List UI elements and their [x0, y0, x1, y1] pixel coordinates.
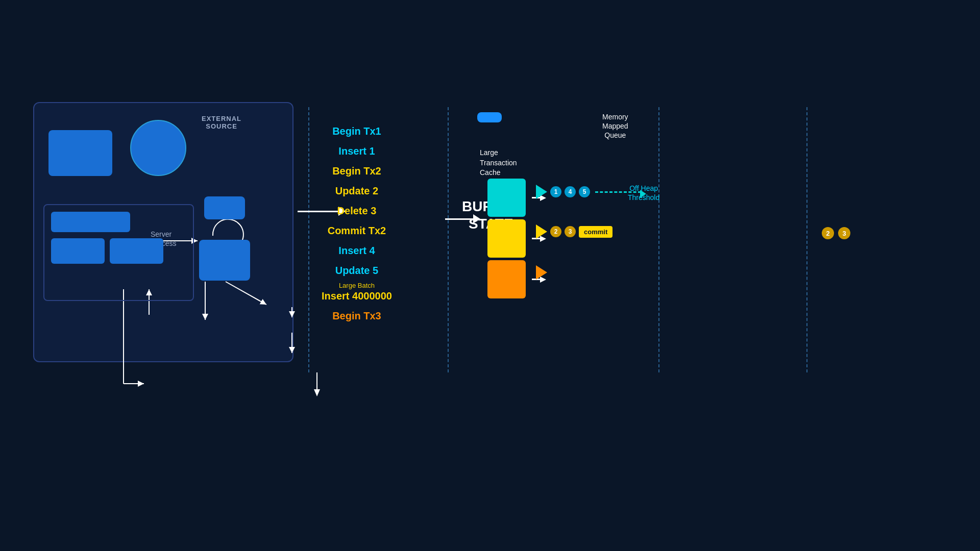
db-buffer-cache: [48, 130, 112, 176]
right-tri-row: 2 3: [822, 227, 850, 239]
external-source: EXTERNALSOURCE: [202, 115, 241, 130]
buffer-row-orange: [487, 260, 541, 298]
dashed-line-3: [658, 107, 659, 372]
redo-log-buffer: [130, 120, 186, 176]
block-orange: [487, 260, 526, 298]
striim-cluster: [477, 112, 502, 122]
large-tx-cache-label: LargeTransactionCache: [480, 148, 517, 178]
time-arrow-container: [316, 372, 317, 397]
play-tri-cyan-1: [536, 185, 547, 199]
tx-begin-tx3: Begin Tx3: [322, 307, 392, 325]
num-4: 4: [565, 186, 576, 197]
tx-insert4: Insert 4: [322, 242, 392, 260]
playhead-row2: 2 3 commit: [536, 224, 612, 239]
buffer-row-yellow: [487, 219, 541, 258]
lgwr-box: [204, 196, 245, 219]
tx-insert1: Insert 1: [322, 142, 392, 160]
sql-work-areas: [51, 212, 130, 232]
svg-line-1: [226, 282, 266, 305]
right-num-3: 3: [838, 227, 850, 239]
transaction-list: Begin Tx1 Insert 1 Begin Tx2 Update 2 De…: [322, 122, 392, 325]
dashed-line-1: [308, 107, 309, 372]
commit-badge: commit: [579, 226, 612, 238]
tx-begin-tx1: Begin Tx1: [322, 122, 392, 140]
tx-update5: Update 5: [322, 262, 392, 280]
buffer-state-arrow: [445, 214, 480, 223]
private-sql-area: [110, 238, 163, 264]
tx-delete3: Delete 3: [322, 202, 392, 220]
tx-large-batch-label: Large Batch: [322, 282, 392, 290]
dashed-line-4: [806, 107, 807, 372]
block-yellow: [487, 219, 526, 258]
tx-begin-tx2: Begin Tx2: [322, 162, 392, 180]
dashed-line-2: [448, 107, 449, 372]
block-cyan: [487, 179, 526, 217]
play-tri-yellow-2: [536, 224, 547, 239]
play-tri-orange-3: [536, 265, 547, 280]
num-2: 2: [550, 226, 561, 237]
right-num-2: 2: [822, 227, 834, 239]
memory-mapped-queue-label: MemoryMappedQueue: [602, 112, 628, 140]
online-redo-log: [199, 240, 250, 281]
num-3: 3: [565, 226, 576, 237]
tx-insert-large: Insert 4000000: [322, 290, 392, 305]
tx-update2: Update 2: [322, 182, 392, 200]
num-1: 1: [550, 186, 561, 197]
tx-commit-tx2: Commit Tx2: [322, 222, 392, 240]
session-memory: [51, 238, 105, 264]
buffer-row-cyan: [487, 179, 541, 217]
playhead-row3: [536, 265, 547, 280]
num-5: 5: [579, 186, 590, 197]
playhead-row1: 1 4 5: [536, 185, 641, 199]
